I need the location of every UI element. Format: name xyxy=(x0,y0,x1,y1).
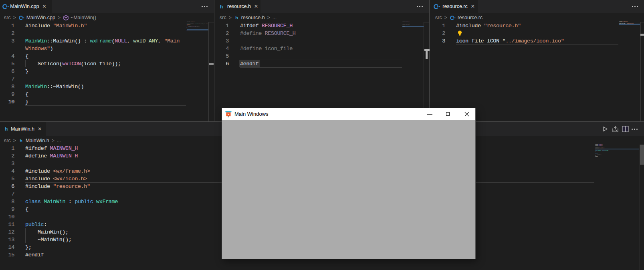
svg-text:h: h xyxy=(220,4,223,9)
svg-text:h: h xyxy=(20,138,22,143)
svg-text:h: h xyxy=(235,15,238,20)
svg-text:h: h xyxy=(5,126,8,132)
